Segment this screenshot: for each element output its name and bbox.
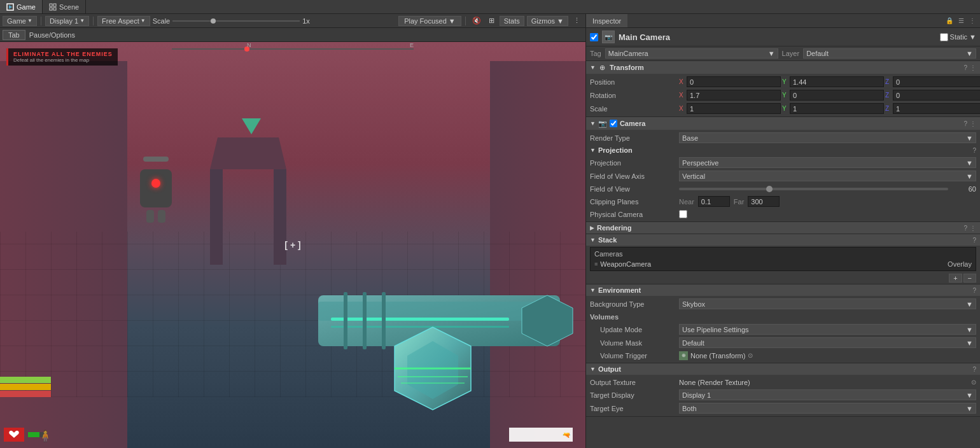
position-y-field[interactable] — [790, 76, 884, 87]
gizmos-button[interactable]: Gizmos ▼ — [527, 16, 568, 26]
play-label: Play Focused — [404, 17, 447, 25]
stack-header[interactable]: ▼ Stack ? — [586, 234, 980, 246]
static-label: Static — [950, 33, 968, 41]
projection-help-icon[interactable]: ? — [972, 147, 976, 154]
rendering-settings-icon[interactable]: ⋮ — [970, 225, 976, 232]
output-texture-select-btn[interactable]: ⊙ — [971, 379, 976, 386]
layer-dropdown[interactable]: Default ▼ — [803, 48, 976, 59]
camera-help-icon[interactable]: ? — [963, 120, 967, 127]
stack-help-icon[interactable]: ? — [972, 237, 976, 244]
camera-header[interactable]: ▼ 📷 Camera ? ⋮ — [586, 117, 980, 130]
color-strips — [0, 377, 51, 397]
fov-label: Field of View — [590, 185, 679, 193]
svg-rect-2 — [50, 4, 52, 6]
position-z-field[interactable] — [893, 76, 980, 87]
health-icon — [4, 428, 24, 442]
static-checkbox[interactable] — [940, 33, 948, 41]
tag-arrow: ▼ — [768, 50, 775, 57]
aspect-dropdown[interactable]: Free Aspect ▼ — [97, 16, 150, 26]
tab-label: Tab — [8, 31, 20, 39]
game-dropdown[interactable]: Game ▼ — [3, 16, 37, 26]
rendering-help-icon[interactable]: ? — [963, 225, 967, 232]
target-display-dropdown[interactable]: Display 1 ▼ — [679, 389, 976, 400]
scene-tab[interactable]: Scene — [43, 0, 86, 13]
inspector-tab-label: Inspector — [592, 17, 621, 25]
scale-handle[interactable] — [211, 18, 216, 24]
volume-mask-row: Volume Mask Default ▼ — [586, 336, 980, 349]
svg-rect-16 — [344, 292, 347, 349]
bg-type-label: Background Type — [590, 300, 679, 308]
svg-rect-10 — [331, 326, 509, 328]
env-help-icon[interactable]: ? — [972, 287, 976, 294]
output-header[interactable]: ▼ Output ? — [586, 363, 980, 375]
add-camera-button[interactable]: + — [949, 274, 962, 283]
inspector-content[interactable]: 📷 Main Camera Static ▼ Tag MainCamera ▼ … — [586, 28, 980, 448]
inspector-tab[interactable]: Inspector — [586, 14, 627, 27]
objective-title: ELIMINATE ALL THE ENEMIES — [13, 51, 113, 57]
svg-rect-18 — [382, 292, 386, 349]
transform-help-icon[interactable]: ? — [963, 64, 967, 71]
game-tab[interactable]: Game — [0, 0, 43, 13]
camera-drag-icon: ≡ — [594, 261, 598, 267]
bg-type-dropdown[interactable]: Skybox ▼ — [679, 298, 976, 309]
position-xyz: X Y Z — [679, 76, 980, 87]
camera-active-checkbox[interactable] — [610, 120, 617, 127]
mute-button[interactable]: 🔇 — [470, 16, 484, 25]
remove-camera-button[interactable]: − — [963, 274, 976, 283]
target-eye-value: Both — [682, 405, 697, 412]
game-label: Game — [7, 17, 26, 25]
scale-bar[interactable] — [172, 20, 300, 22]
hud-weapon-bar: 🔫 — [509, 428, 573, 442]
more-options-button[interactable]: ⋮ — [571, 16, 583, 25]
scale-z-field[interactable] — [893, 103, 980, 114]
game-dropdown-arrow: ▼ — [27, 18, 32, 24]
stats-button[interactable]: Stats — [500, 16, 524, 26]
scale-y-field[interactable] — [790, 103, 884, 114]
separator-2 — [93, 17, 94, 25]
vol-trigger-select-btn[interactable]: ⊙ — [748, 352, 753, 359]
target-eye-dropdown[interactable]: Both ▼ — [679, 403, 976, 414]
scene-tab-label: Scene — [59, 3, 79, 11]
volume-mask-value: Default — [682, 339, 704, 347]
camera-settings-icon[interactable]: ⋮ — [970, 120, 976, 127]
environment-header[interactable]: ▼ Environment ? — [586, 284, 980, 296]
rotation-y-field[interactable] — [790, 90, 884, 101]
environment-component: ▼ Environment ? Background Type Skybox ▼ — [586, 284, 980, 363]
target-display-row: Target Display Display 1 ▼ — [586, 388, 980, 402]
static-dropdown-arrow[interactable]: ▼ — [969, 33, 976, 41]
rot-z-label: Z — [885, 92, 892, 99]
rotation-x-field[interactable] — [687, 90, 781, 101]
inspector-menu-icon[interactable]: ☰ — [956, 17, 966, 25]
transform-settings-icon[interactable]: ⋮ — [970, 64, 976, 71]
output-help-icon[interactable]: ? — [972, 366, 976, 373]
object-active-checkbox[interactable] — [590, 33, 598, 41]
projection-dropdown[interactable]: Perspective ▼ — [679, 157, 976, 168]
far-field[interactable] — [748, 196, 780, 207]
tag-dropdown[interactable]: MainCamera ▼ — [605, 48, 778, 59]
archway — [210, 137, 286, 265]
physical-camera-checkbox[interactable] — [679, 210, 687, 218]
position-x-field[interactable] — [687, 76, 781, 87]
inspector-tab-bar: Inspector 🔒 ☰ ⋮ — [586, 14, 980, 28]
scene-background: [ + ] — [0, 42, 585, 448]
inspector-more-icon[interactable]: ⋮ — [967, 17, 977, 25]
fov-axis-dropdown[interactable]: Vertical ▼ — [679, 171, 976, 181]
update-mode-dropdown[interactable]: Use Pipeline Settings ▼ — [679, 324, 976, 335]
near-field[interactable] — [698, 196, 730, 207]
transform-header[interactable]: ▼ ⊕ Transform ? ⋮ — [586, 61, 980, 74]
volume-mask-dropdown[interactable]: Default ▼ — [679, 337, 976, 348]
display-dropdown[interactable]: Display 1 ▼ — [45, 16, 89, 26]
projection-section[interactable]: ▼ Projection ? — [586, 144, 980, 156]
rotation-z-field[interactable] — [893, 90, 980, 101]
fov-slider[interactable] — [679, 188, 948, 190]
render-type-dropdown[interactable]: Base ▼ — [679, 132, 976, 143]
tab-button[interactable]: Tab — [3, 30, 25, 40]
inspector-lock-icon[interactable]: 🔒 — [944, 17, 955, 25]
scale-x-field[interactable] — [687, 103, 781, 114]
play-focused-button[interactable]: Play Focused ▼ — [398, 16, 461, 26]
projection-value: Perspective — [682, 159, 718, 167]
weapon-camera-mode: Overlay — [948, 260, 972, 268]
game-canvas[interactable]: [ + ] — [0, 42, 585, 448]
rendering-header[interactable]: ▶ Rendering ? ⋮ — [586, 222, 980, 234]
grid-button[interactable]: ⊞ — [486, 16, 497, 25]
